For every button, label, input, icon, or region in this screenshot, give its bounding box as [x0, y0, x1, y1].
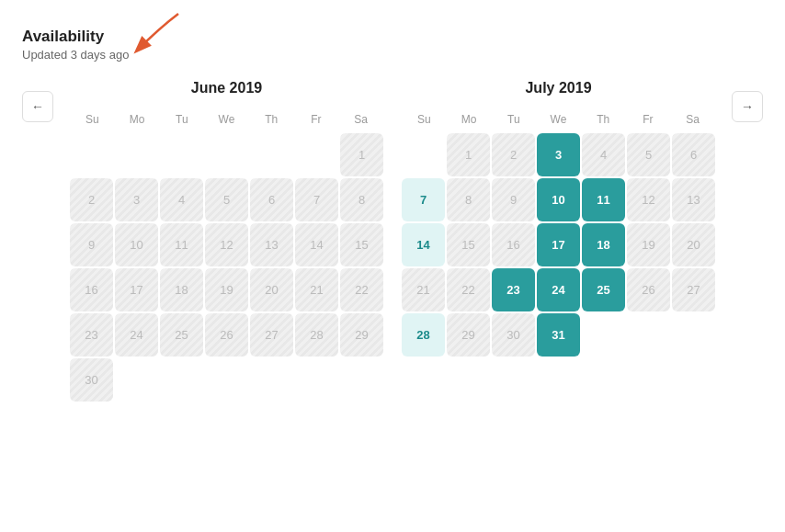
table-row: 2: [492, 133, 535, 176]
july-header-su: Su: [402, 109, 447, 130]
table-row: [250, 133, 293, 176]
table-row: [160, 133, 203, 176]
table-row: 3: [115, 178, 158, 221]
june-header-su: Su: [70, 109, 115, 130]
table-row: [115, 133, 158, 176]
table-row: 13: [250, 223, 293, 266]
june-header-mo: Mo: [115, 109, 160, 130]
table-row: 15: [340, 223, 383, 266]
table-row: 7: [295, 178, 338, 221]
table-row: 26: [205, 313, 248, 357]
table-row: 20: [250, 268, 293, 311]
table-row[interactable]: 11: [582, 178, 625, 221]
next-icon: →: [741, 99, 754, 114]
table-row: 22: [340, 268, 383, 311]
table-row: 22: [447, 268, 490, 311]
table-row: 9: [492, 178, 535, 221]
table-row[interactable]: 31: [537, 313, 580, 357]
table-row: [205, 133, 248, 176]
table-row: 26: [627, 268, 670, 311]
table-row: 19: [205, 268, 248, 311]
table-row: 20: [672, 223, 715, 266]
july-header-th: Th: [581, 109, 626, 130]
next-month-button[interactable]: →: [732, 91, 763, 122]
table-row: [402, 133, 445, 176]
table-row: 24: [115, 313, 158, 357]
table-row: 27: [250, 313, 293, 357]
table-row: [295, 133, 338, 176]
table-row: 18: [160, 268, 203, 311]
june-grid: Su Mo Tu We Th Fr Sa 1234567891011121314…: [70, 109, 383, 402]
table-row: 6: [672, 133, 715, 176]
july-days-grid: 1234567891011121314151617181920212223242…: [402, 133, 715, 357]
table-row: 16: [70, 268, 113, 311]
table-row: 29: [447, 313, 490, 357]
june-day-headers: Su Mo Tu We Th Fr Sa: [70, 109, 383, 130]
header-section: Availability Updated 3 days ago: [22, 18, 763, 62]
table-row: 12: [627, 178, 670, 221]
june-days-grid: 1234567891011121314151617181920212223242…: [70, 133, 383, 402]
table-row: 4: [160, 178, 203, 221]
table-row: [115, 358, 158, 402]
july-calendar: July 2019 Su Mo Tu We Th Fr Sa 123456789…: [392, 80, 724, 357]
prev-icon: ←: [31, 99, 44, 114]
table-row: 4: [582, 133, 625, 176]
table-row: 19: [627, 223, 670, 266]
table-row: 2: [70, 178, 113, 221]
table-row[interactable]: 24: [537, 268, 580, 311]
table-row: 5: [205, 178, 248, 221]
table-row[interactable]: 7: [402, 178, 445, 221]
table-row: 11: [160, 223, 203, 266]
prev-nav-side: ←: [22, 80, 61, 122]
table-row: [70, 133, 113, 176]
table-row[interactable]: 23: [492, 268, 535, 311]
table-row[interactable]: 17: [537, 223, 580, 266]
table-row: [582, 313, 625, 357]
table-row[interactable]: 28: [402, 313, 445, 357]
june-header-we: We: [204, 109, 249, 130]
table-row[interactable]: 25: [582, 268, 625, 311]
table-row: 16: [492, 223, 535, 266]
table-row: 8: [447, 178, 490, 221]
table-row[interactable]: 3: [537, 133, 580, 176]
july-header-sa: Sa: [670, 109, 715, 130]
updated-text: Updated 3 days ago: [22, 48, 763, 62]
table-row: 6: [250, 178, 293, 221]
next-nav-side: →: [724, 80, 763, 122]
table-row: 14: [295, 223, 338, 266]
july-month-title: July 2019: [402, 80, 715, 96]
july-header-tu: Tu: [491, 109, 536, 130]
july-day-headers: Su Mo Tu We Th Fr Sa: [402, 109, 715, 130]
july-header-fr: Fr: [626, 109, 671, 130]
table-row: [672, 313, 715, 357]
table-row: 13: [672, 178, 715, 221]
table-row: [340, 358, 383, 402]
table-row: 1: [340, 133, 383, 176]
table-row: 10: [115, 223, 158, 266]
june-header-tu: Tu: [159, 109, 204, 130]
table-row: 15: [447, 223, 490, 266]
calendars-row: ← June 2019 Su Mo Tu We Th Fr Sa 1234567…: [22, 80, 763, 402]
table-row: [205, 358, 248, 402]
table-row: [295, 358, 338, 402]
july-nav: July 2019: [402, 80, 715, 96]
table-row: 1: [447, 133, 490, 176]
june-nav: June 2019: [70, 80, 383, 96]
availability-title: Availability: [22, 28, 763, 46]
table-row[interactable]: 10: [537, 178, 580, 221]
table-row[interactable]: 18: [582, 223, 625, 266]
table-row: 25: [160, 313, 203, 357]
june-header-sa: Sa: [338, 109, 383, 130]
prev-month-button[interactable]: ←: [22, 91, 53, 122]
table-row: 23: [70, 313, 113, 357]
june-month-title: June 2019: [70, 80, 383, 96]
table-row: 27: [672, 268, 715, 311]
july-header-we: We: [536, 109, 581, 130]
table-row: 5: [627, 133, 670, 176]
table-row[interactable]: 14: [402, 223, 445, 266]
table-row: [627, 313, 670, 357]
table-row: 29: [340, 313, 383, 357]
june-header-fr: Fr: [294, 109, 339, 130]
table-row: 17: [115, 268, 158, 311]
july-header-mo: Mo: [447, 109, 492, 130]
